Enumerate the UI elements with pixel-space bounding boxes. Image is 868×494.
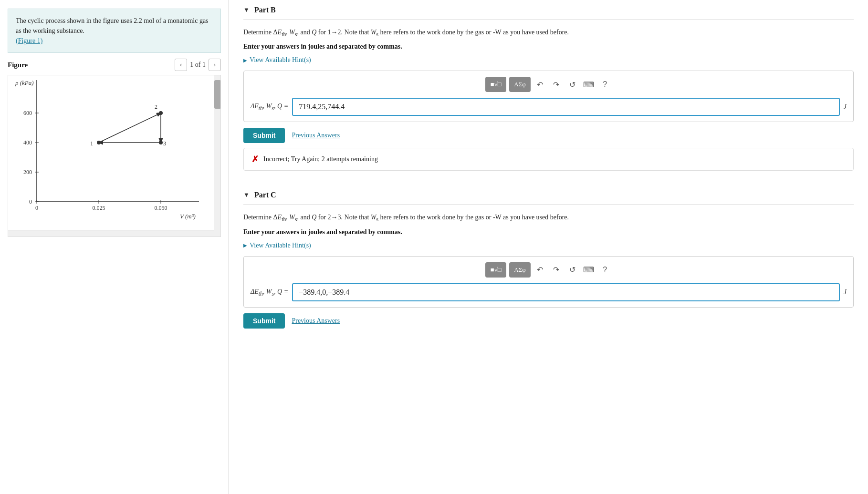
part-b-section: ▼ Part B Determine ΔEth, Ws, and Q for 1… <box>243 0 854 171</box>
part-b-collapse[interactable]: ▼ <box>243 6 250 14</box>
problem-text: The cyclic process shown in the figure u… <box>16 17 209 34</box>
part-b-matrix-btn[interactable]: ■√□ <box>485 77 506 92</box>
part-b-hint-link[interactable]: View Available Hint(s) <box>243 56 854 64</box>
part-b-refresh-btn[interactable]: ↺ <box>566 78 579 91</box>
chart-svg: 0 200 400 600 0 0.025 0.050 <box>8 75 218 228</box>
part-c-help-btn[interactable]: ? <box>598 263 612 277</box>
part-c-hint-link[interactable]: View Available Hint(s) <box>243 242 854 249</box>
part-c-title: Part C <box>254 191 276 199</box>
part-c-undo-btn[interactable]: ↶ <box>533 263 547 277</box>
part-c-answer-box: ■√□ ΑΣφ ↶ ↷ ↺ ⌨ ? ΔEth, Ws, Q = J <box>243 256 854 308</box>
part-c-answer-input[interactable] <box>292 283 840 301</box>
svg-text:0: 0 <box>29 198 32 205</box>
part-c-input-label: ΔEth, Ws, Q = <box>251 288 288 297</box>
part-c-matrix-btn[interactable]: ■√□ <box>485 262 506 278</box>
part-b-redo-btn[interactable]: ↷ <box>550 78 563 91</box>
part-c-submit-button[interactable]: Submit <box>243 313 285 329</box>
part-c-symbol-btn[interactable]: ΑΣφ <box>509 262 530 278</box>
svg-text:V (m³): V (m³) <box>180 213 196 220</box>
part-c-instruction: Enter your answers in joules and separat… <box>243 228 854 236</box>
part-b-answer-box: ■√□ ΑΣφ ↶ ↷ ↺ ⌨ ? ΔEth, Ws, Q = J <box>243 71 854 122</box>
svg-point-23 <box>159 141 163 144</box>
part-b-prev-answers-link[interactable]: Previous Answers <box>292 132 340 139</box>
part-b-title: Part B <box>254 6 276 14</box>
svg-text:p (kPa): p (kPa) <box>15 79 34 86</box>
error-icon: ✗ <box>251 154 259 165</box>
part-b-submit-button[interactable]: Submit <box>243 128 285 143</box>
part-b-keyboard-btn[interactable]: ⌨ <box>582 78 596 91</box>
part-b-input-label: ΔEth, Ws, Q = <box>251 103 288 112</box>
horizontal-scrollbar[interactable] <box>8 230 214 237</box>
left-panel: The cyclic process shown in the figure u… <box>0 0 229 494</box>
part-c-submit-row: Submit Previous Answers <box>243 313 854 329</box>
svg-text:2: 2 <box>155 103 157 110</box>
scrollbar-thumb[interactable] <box>214 80 221 109</box>
svg-point-22 <box>159 111 163 115</box>
svg-text:600: 600 <box>23 110 32 116</box>
svg-text:200: 200 <box>23 169 32 175</box>
next-figure-button[interactable]: › <box>209 59 221 71</box>
part-b-error-box: ✗ Incorrect; Try Again; 2 attempts remai… <box>243 148 854 171</box>
figure-count: 1 of 1 <box>190 61 206 69</box>
part-b-instruction: Enter your answers in joules and separat… <box>243 43 854 51</box>
figure-section: Figure ‹ 1 of 1 › 0 200 400 <box>0 59 229 237</box>
part-b-answer-input[interactable] <box>292 98 840 116</box>
right-panel: ▼ Part B Determine ΔEth, Ws, and Q for 1… <box>229 0 868 494</box>
part-c-header: ▼ Part C <box>243 185 854 205</box>
part-b-input-row: ΔEth, Ws, Q = J <box>251 98 847 116</box>
part-b-unit: J <box>844 103 847 111</box>
part-b-toolbar: ■√□ ΑΣφ ↶ ↷ ↺ ⌨ ? <box>251 77 847 92</box>
part-c-description: Determine ΔEth, Ws, and Q for 2→3. Note … <box>243 212 854 224</box>
part-b-symbol-btn[interactable]: ΑΣφ <box>509 77 530 92</box>
part-b-submit-row: Submit Previous Answers <box>243 128 854 143</box>
svg-text:0.050: 0.050 <box>155 205 167 211</box>
svg-text:1: 1 <box>90 140 93 147</box>
figure-link[interactable]: (Figure 1) <box>16 37 42 44</box>
part-b-description: Determine ΔEth, Ws, and Q for 1→2. Note … <box>243 27 854 39</box>
svg-text:3: 3 <box>163 140 166 147</box>
part-b-error-text: Incorrect; Try Again; 2 attempts remaini… <box>263 155 378 163</box>
part-c-section: ▼ Part C Determine ΔEth, Ws, and Q for 2… <box>243 185 854 328</box>
part-c-unit: J <box>844 288 847 296</box>
part-c-prev-answers-link[interactable]: Previous Answers <box>292 317 340 325</box>
svg-text:400: 400 <box>23 139 32 146</box>
vertical-scrollbar[interactable] <box>214 75 220 237</box>
figure-header: Figure ‹ 1 of 1 › <box>8 59 221 71</box>
prev-figure-button[interactable]: ‹ <box>175 59 187 71</box>
figure-title: Figure <box>8 61 28 69</box>
part-b-undo-btn[interactable]: ↶ <box>533 78 547 91</box>
part-b-help-btn[interactable]: ? <box>598 78 612 91</box>
part-c-keyboard-btn[interactable]: ⌨ <box>582 263 596 277</box>
svg-line-18 <box>99 113 161 143</box>
part-c-toolbar: ■√□ ΑΣφ ↶ ↷ ↺ ⌨ ? <box>251 262 847 278</box>
svg-point-21 <box>97 141 101 144</box>
svg-text:0.025: 0.025 <box>93 205 105 211</box>
part-c-redo-btn[interactable]: ↷ <box>550 263 563 277</box>
part-c-collapse[interactable]: ▼ <box>243 191 250 199</box>
figure-nav: ‹ 1 of 1 › <box>175 59 221 71</box>
svg-text:0: 0 <box>35 205 38 211</box>
part-c-refresh-btn[interactable]: ↺ <box>566 263 579 277</box>
problem-box: The cyclic process shown in the figure u… <box>8 9 221 53</box>
part-c-input-row: ΔEth, Ws, Q = J <box>251 283 847 301</box>
figure-container: 0 200 400 600 0 0.025 0.050 <box>8 75 221 237</box>
part-b-header: ▼ Part B <box>243 0 854 20</box>
